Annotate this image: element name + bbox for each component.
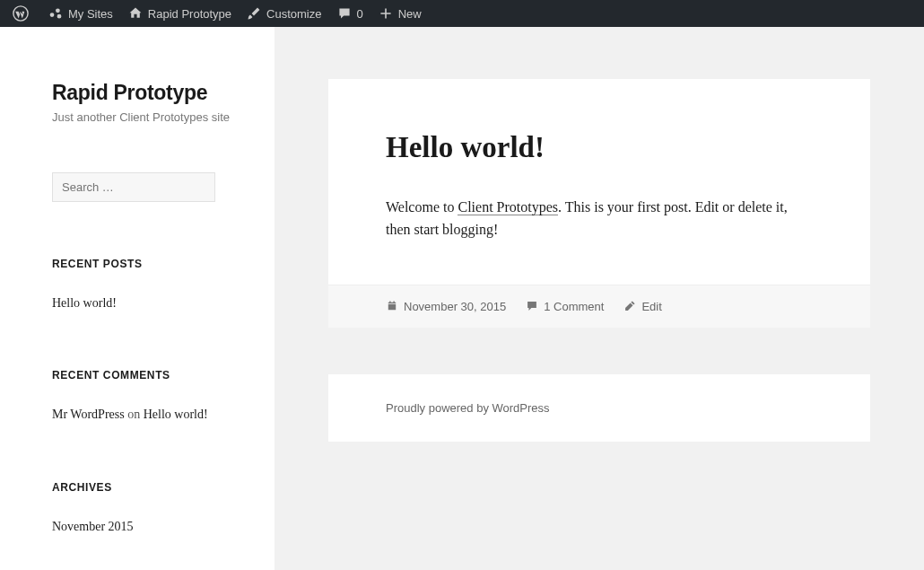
recent-posts-widget: RECENT POSTS Hello world! (52, 258, 230, 313)
recent-posts-heading: RECENT POSTS (52, 258, 230, 270)
recent-comments-widget: RECENT COMMENTS Mr WordPress on Hello wo… (52, 369, 230, 425)
recent-post-label: Hello world! (52, 296, 117, 310)
search-input[interactable] (52, 172, 215, 202)
post-meta-footer: November 30, 2015 1 Comment Edit (328, 285, 870, 328)
network-icon (48, 5, 64, 22)
comment-author-link[interactable]: Mr WordPress (52, 408, 125, 422)
calendar-icon (386, 300, 398, 312)
post-content: Welcome to Client Prototypes. This is yo… (386, 197, 813, 241)
recent-comments-heading: RECENT COMMENTS (52, 369, 230, 381)
plus-icon (378, 5, 394, 22)
recent-comment-item: Mr WordPress on Hello world! (52, 405, 230, 425)
post-article: Hello world! Welcome to Client Prototype… (328, 79, 870, 328)
post-date-label: November 30, 2015 (404, 300, 506, 313)
new-content-link[interactable]: New (370, 0, 429, 27)
admin-bar: My Sites Rapid Prototype Customize 0 New (0, 0, 924, 27)
post-comments-label: 1 Comment (544, 300, 604, 313)
post-comments-link[interactable]: 1 Comment (526, 300, 604, 313)
footer-credit-link[interactable]: Proudly powered by WordPress (386, 401, 550, 415)
wordpress-logo-icon (13, 5, 29, 22)
archives-widget: ARCHIVES November 2015 (52, 481, 230, 537)
customize-label: Customize (266, 7, 321, 21)
customize-link[interactable]: Customize (239, 0, 328, 27)
new-label: New (398, 7, 422, 21)
my-sites-link[interactable]: My Sites (40, 0, 120, 27)
comments-count: 0 (357, 7, 363, 21)
post-inline-link[interactable]: Client Prototypes (458, 199, 558, 215)
archives-heading: ARCHIVES (52, 481, 230, 494)
comment-on-text: on (125, 408, 144, 421)
site-branding: Rapid Prototype Just another Client Prot… (52, 81, 230, 124)
comments-link[interactable]: 0 (329, 0, 370, 27)
site-footer: Proudly powered by WordPress (328, 374, 870, 442)
wp-logo-menu[interactable] (5, 0, 40, 27)
comment-icon (336, 5, 353, 22)
brush-icon (246, 5, 262, 22)
post-edit-label: Edit (641, 300, 661, 313)
comment-post-link[interactable]: Hello world! (144, 408, 208, 422)
search-widget (52, 172, 230, 202)
post-edit-link[interactable]: Edit (623, 300, 661, 313)
main-content: Hello world! Welcome to Client Prototype… (275, 27, 924, 570)
home-icon (127, 5, 144, 22)
site-title[interactable]: Rapid Prototype (52, 81, 230, 105)
archive-link[interactable]: November 2015 (52, 517, 230, 537)
recent-post-link[interactable]: Hello world! (52, 294, 230, 313)
comment-icon (526, 300, 538, 312)
post-text-before: Welcome to (386, 199, 458, 215)
sidebar: Rapid Prototype Just another Client Prot… (0, 27, 275, 570)
page-wrap: Rapid Prototype Just another Client Prot… (0, 27, 924, 570)
post-title[interactable]: Hello world! (386, 131, 813, 164)
pencil-icon (623, 300, 636, 312)
post-date-link[interactable]: November 30, 2015 (386, 300, 506, 313)
my-sites-label: My Sites (68, 7, 113, 21)
post-body: Hello world! Welcome to Client Prototype… (328, 79, 870, 285)
archive-label: November 2015 (52, 520, 134, 533)
site-tagline: Just another Client Prototypes site (52, 110, 230, 124)
site-name-link[interactable]: Rapid Prototype (120, 0, 239, 27)
site-name-label: Rapid Prototype (148, 7, 231, 21)
